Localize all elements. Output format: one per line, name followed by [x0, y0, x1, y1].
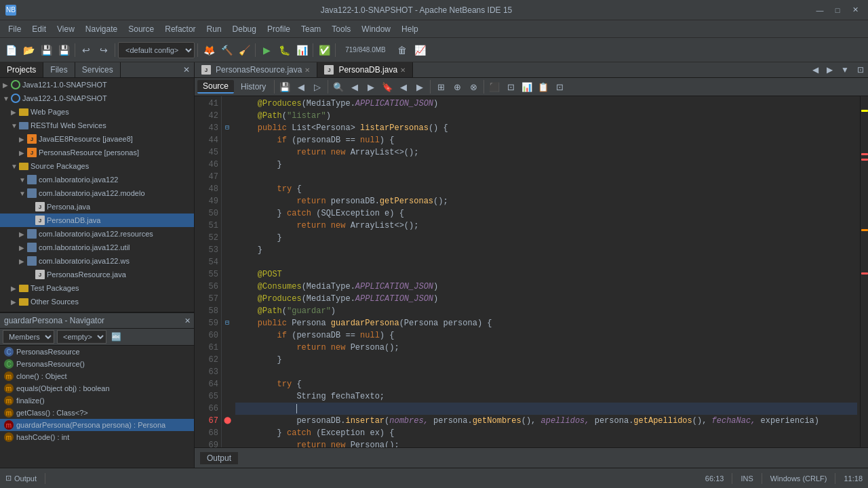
- tab-personasresource-close[interactable]: ✕: [304, 66, 310, 74]
- nav-sort-btn[interactable]: 🔤: [109, 330, 123, 344]
- gutter-43[interactable]: ⊟: [222, 122, 233, 134]
- nav-hashcode[interactable]: m hashCode() : int: [0, 431, 195, 443]
- tree-restful[interactable]: ▼ RESTful Web Services: [0, 119, 194, 132]
- tree-othersrc[interactable]: ▶ Other Sources: [0, 295, 194, 308]
- nav-ctor[interactable]: C PersonasResource(): [0, 358, 195, 370]
- src-save-btn[interactable]: 💾: [277, 79, 292, 94]
- src-stop2-btn[interactable]: ⊡: [503, 79, 518, 94]
- tree-java122[interactable]: ▼ Java122-1.0-SNAPSHOT: [0, 92, 194, 105]
- nav-getclass[interactable]: m getClass() : Class<?>: [0, 407, 195, 419]
- nav-finalize[interactable]: m finalize(): [0, 394, 195, 407]
- menu-run[interactable]: Run: [201, 23, 227, 35]
- code-line-66[interactable]: [235, 403, 857, 415]
- config-dropdown[interactable]: <default config>: [118, 42, 195, 58]
- new-btn[interactable]: 📄: [3, 42, 19, 58]
- gutter-59[interactable]: ⊟: [222, 317, 233, 329]
- nav-class-header[interactable]: C PersonasResource: [0, 346, 195, 358]
- menu-view[interactable]: View: [52, 23, 80, 35]
- members-dropdown[interactable]: Members: [3, 330, 54, 344]
- src-search-btn[interactable]: 🔍: [331, 79, 346, 94]
- src-next-bookmark-btn[interactable]: ▶: [412, 79, 427, 94]
- menu-team[interactable]: Team: [296, 23, 326, 35]
- tree-pkg122[interactable]: ▼ com.laboratorio.java122: [0, 173, 194, 186]
- src-pull-btn[interactable]: ⊗: [466, 79, 481, 94]
- src-toggle2-btn[interactable]: ▷: [310, 79, 325, 94]
- src-diff-btn[interactable]: ⊞: [433, 79, 448, 94]
- tab-next-btn[interactable]: ▶: [823, 62, 837, 77]
- tab-restore-btn[interactable]: ⊡: [853, 62, 868, 77]
- open-btn[interactable]: 📂: [20, 42, 37, 58]
- source-btn[interactable]: Source: [197, 80, 234, 94]
- tree-personadb-java[interactable]: ▶ J PersonaDB.java: [0, 214, 194, 227]
- tab-personasresource[interactable]: J PersonasResource.java ✕: [195, 62, 317, 77]
- test-btn[interactable]: ✅: [316, 42, 332, 58]
- build-btn[interactable]: 🔨: [218, 42, 235, 58]
- clean-btn[interactable]: 🧹: [236, 42, 252, 58]
- close-button[interactable]: ✕: [848, 3, 863, 17]
- src-chart-btn[interactable]: 📊: [519, 79, 534, 94]
- profmem-btn[interactable]: 📈: [412, 42, 428, 58]
- tree-pkg122ws[interactable]: ▶ com.laboratorio.java122.ws: [0, 254, 194, 268]
- tree-pkg122util[interactable]: ▶ com.laboratorio.java122.util: [0, 241, 194, 254]
- tab-list-btn[interactable]: ▼: [837, 62, 853, 77]
- tree-source-packages[interactable]: ▼ Source Packages: [0, 159, 194, 173]
- menu-refactor[interactable]: Refactor: [159, 23, 201, 35]
- menu-profile[interactable]: Profile: [262, 23, 296, 35]
- menu-tools[interactable]: Tools: [326, 23, 356, 35]
- src-more-btn[interactable]: 📋: [536, 79, 551, 94]
- filter-dropdown[interactable]: <empty>: [57, 330, 106, 344]
- navigator-close-btn[interactable]: ✕: [184, 317, 191, 325]
- output-tab[interactable]: Output: [200, 452, 238, 464]
- sidebar-close-btn[interactable]: ✕: [179, 62, 194, 77]
- tree-webpages[interactable]: ▶ Web Pages: [0, 105, 194, 119]
- sidebar-tab-files[interactable]: Files: [43, 62, 75, 77]
- src-commit-btn[interactable]: ⊕: [450, 79, 465, 94]
- src-stop-btn[interactable]: ⬛: [487, 79, 502, 94]
- tree-pkg122resources[interactable]: ▶ com.laboratorio.java122.resources: [0, 227, 194, 241]
- output-btn[interactable]: Output: [14, 474, 37, 483]
- minimize-button[interactable]: —: [812, 3, 827, 17]
- debug-btn[interactable]: 🐛: [276, 42, 292, 58]
- nav-guardar[interactable]: m guardarPersona(Persona persona) : Pers…: [0, 419, 195, 431]
- src-maximize-btn[interactable]: ⊡: [552, 79, 567, 94]
- maximize-button[interactable]: □: [830, 3, 845, 17]
- redo-btn[interactable]: ↪: [96, 42, 112, 58]
- mem-btn[interactable]: 719/848.0MB: [338, 42, 393, 58]
- menu-source[interactable]: Source: [123, 23, 159, 35]
- sidebar-tab-services[interactable]: Services: [75, 62, 121, 77]
- menu-window[interactable]: Window: [356, 23, 396, 35]
- history-btn[interactable]: History: [235, 81, 271, 93]
- src-prev-bookmark-btn[interactable]: ◀: [396, 79, 411, 94]
- save-all-btn[interactable]: 💾: [56, 42, 72, 58]
- src-next-btn[interactable]: ▶: [363, 79, 378, 94]
- code-content[interactable]: @Produces(MediaType.APPLICATION_JSON) @P…: [233, 96, 860, 447]
- src-toggle-bookmark-btn[interactable]: 🔖: [380, 79, 395, 94]
- menu-help[interactable]: Help: [396, 23, 424, 35]
- menu-navigate[interactable]: Navigate: [80, 23, 123, 35]
- tree-javaee8[interactable]: ▶ J JavaEE8Resource [javaee8]: [0, 132, 194, 146]
- src-prev-btn[interactable]: ◀: [347, 79, 362, 94]
- run-btn[interactable]: ▶: [258, 42, 275, 58]
- save-btn[interactable]: 💾: [38, 42, 54, 58]
- profile-btn[interactable]: 📊: [294, 42, 310, 58]
- undo-btn[interactable]: ↩: [78, 42, 94, 58]
- nav-clone[interactable]: m clone() : Object: [0, 370, 195, 382]
- tree-personas-resource[interactable]: ▶ J PersonasResource [personas]: [0, 146, 194, 159]
- menu-file[interactable]: File: [3, 23, 26, 35]
- tree-testpkgs[interactable]: ▶ Test Packages: [0, 281, 194, 295]
- gc-btn[interactable]: 🗑: [394, 42, 410, 58]
- tree-pkg122modelo[interactable]: ▼ com.laboratorio.java122.modelo: [0, 186, 194, 200]
- firefox-btn[interactable]: 🦊: [201, 42, 217, 58]
- tree-java121[interactable]: ▶ Java121-1.0-SNAPSHOT: [0, 78, 194, 92]
- tree-persona-java[interactable]: ▶ J Persona.java: [0, 200, 194, 214]
- tab-personadb-close[interactable]: ✕: [400, 66, 406, 74]
- gutter-67[interactable]: ⬤: [222, 415, 233, 427]
- tree-personasresource-java[interactable]: ▶ J PersonasResource.java: [0, 268, 194, 281]
- tab-personadb[interactable]: J PersonaDB.java ✕: [317, 62, 413, 77]
- src-toggle-btn[interactable]: ◀: [294, 79, 309, 94]
- menu-edit[interactable]: Edit: [26, 23, 52, 35]
- nav-equals[interactable]: m equals(Object obj) : boolean: [0, 382, 195, 394]
- sidebar-tab-projects[interactable]: Projects: [0, 62, 43, 77]
- tab-prev-btn[interactable]: ◀: [808, 62, 823, 77]
- menu-debug[interactable]: Debug: [227, 23, 262, 35]
